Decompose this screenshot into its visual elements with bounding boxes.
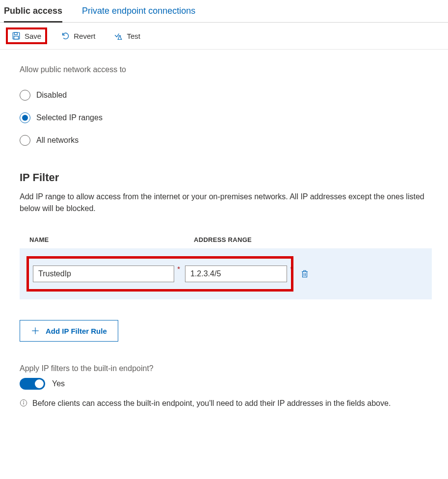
svg-point-8 (23, 401, 24, 402)
access-section-label: Allow public network access to (20, 65, 432, 74)
column-header-name: NAME (29, 236, 194, 243)
radio-selected-ip[interactable]: Selected IP ranges (20, 106, 432, 129)
save-label: Save (25, 32, 41, 40)
svg-rect-1 (14, 32, 17, 35)
info-text: Before clients can access the built-in e… (32, 398, 391, 409)
radio-label: Disabled (36, 91, 67, 100)
command-bar: Save Revert Test (0, 23, 448, 50)
save-button[interactable]: Save (6, 27, 47, 44)
ip-rule-name-input[interactable] (33, 266, 174, 282)
required-indicator: * (177, 265, 180, 273)
builtin-info-message: Before clients can access the built-in e… (20, 398, 432, 409)
delete-rule-button[interactable] (300, 269, 309, 279)
plus-icon (31, 326, 40, 335)
add-rule-label: Add IP Filter Rule (46, 327, 107, 335)
test-button[interactable]: Test (109, 28, 145, 43)
add-ip-filter-rule-button[interactable]: Add IP Filter Rule (20, 320, 118, 342)
revert-icon (61, 31, 70, 40)
radio-icon (20, 90, 30, 101)
table-row: * * (20, 248, 432, 299)
ip-rule-address-input[interactable] (185, 266, 287, 282)
column-header-address: ADDRESS RANGE (194, 236, 321, 243)
save-icon (12, 31, 21, 40)
radio-icon (20, 112, 30, 123)
tab-label: Public access (4, 6, 62, 16)
ip-filter-table: NAME ADDRESS RANGE * * (20, 232, 432, 299)
content-panel: Allow public network access to Disabled … (0, 50, 448, 429)
radio-disabled[interactable]: Disabled (20, 84, 432, 106)
tab-label: Private endpoint connections (82, 6, 195, 16)
required-indicator: * (290, 265, 293, 273)
info-icon (20, 399, 27, 407)
test-label: Test (127, 32, 140, 40)
name-field-wrap: * (33, 266, 174, 282)
revert-label: Revert (74, 32, 95, 40)
builtin-endpoint-toggle[interactable] (20, 378, 45, 390)
tab-public-access[interactable]: Public access (4, 0, 70, 22)
revert-button[interactable]: Revert (56, 28, 100, 43)
builtin-toggle-row: Yes (20, 378, 432, 390)
radio-all-networks[interactable]: All networks (20, 129, 432, 152)
tab-bar: Public access Private endpoint connectio… (0, 0, 448, 23)
radio-label: Selected IP ranges (36, 113, 103, 122)
tab-private-endpoint[interactable]: Private endpoint connections (82, 0, 203, 22)
toggle-value-label: Yes (52, 379, 65, 388)
builtin-endpoint-label: Apply IP filters to the built-in endpoin… (20, 364, 432, 373)
ip-filter-description: Add IP range to allow access from the in… (20, 191, 432, 214)
radio-label: All networks (36, 136, 79, 145)
radio-icon (20, 135, 30, 146)
trash-icon (300, 269, 309, 279)
table-header-row: NAME ADDRESS RANGE (20, 232, 432, 248)
address-field-wrap: * (185, 266, 287, 282)
toggle-knob (35, 379, 44, 388)
ip-filter-heading: IP Filter (20, 171, 432, 184)
test-icon (114, 31, 123, 40)
svg-rect-2 (14, 36, 19, 39)
highlighted-inputs: * * (26, 256, 293, 292)
access-radio-group: Disabled Selected IP ranges All networks (20, 84, 432, 152)
